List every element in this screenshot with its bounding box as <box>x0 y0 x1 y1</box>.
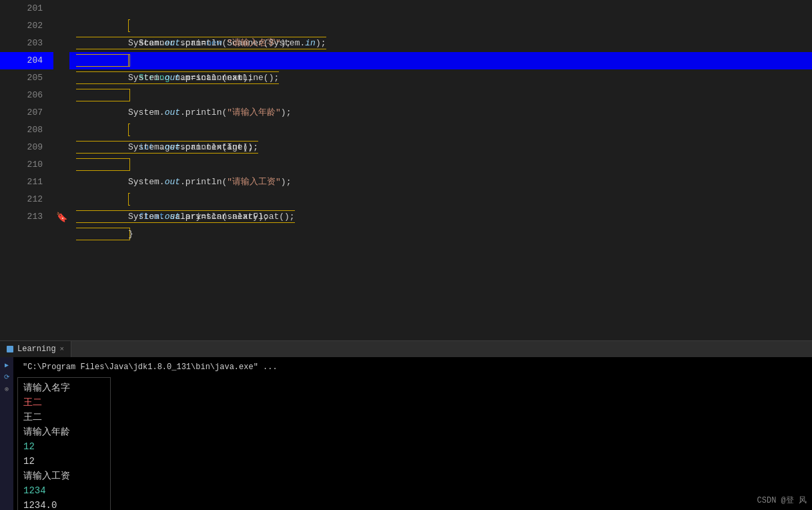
terminal-area: ▶ ⟳ ⊗ "C:\Program Files\Java\jdk1.8.0_13… <box>0 357 812 510</box>
line-num-212: 212 <box>0 191 53 208</box>
terminal-line-8: 1234 <box>23 483 105 498</box>
terminal-line-7: 请输入工资 <box>23 469 105 483</box>
terminal-line-1: 请输入名字 <box>23 380 105 395</box>
terminal-line-3: 王二 <box>23 410 105 425</box>
line-num-204: 204 <box>0 52 53 69</box>
editor-area: 201 202 203 204 205 206 207 208 209 210 … <box>0 0 812 340</box>
line-num-213: 213 <box>0 208 53 226</box>
line-num-203: 203 <box>0 35 53 52</box>
line-num-211: 211 <box>0 174 53 191</box>
bookmark-icon: 🔖 <box>56 212 67 223</box>
terminal-line-9: 1234.0 <box>23 498 105 510</box>
watermark: CSDN @登 风 <box>757 495 807 506</box>
terminal-line-6: 12 <box>23 454 105 469</box>
line-num-217 <box>0 278 53 295</box>
terminal-icon-1: ▶ <box>5 361 9 369</box>
terminal-command: "C:\Program Files\Java\jdk1.8.0_131\bin\… <box>17 360 808 374</box>
line-num-202: 202 <box>0 17 53 35</box>
terminal-icon-2: ⟳ <box>4 373 9 381</box>
code-line-204: System.out.println(nam); <box>69 52 812 69</box>
code-line-202: System.out.println("请输入名字"); <box>69 17 812 35</box>
code-line-201: Scanner scan=new Scanner(System.in); <box>69 0 812 17</box>
line-num-201: 201 <box>0 0 53 17</box>
code-line-208: System.out.println(age); <box>69 121 812 139</box>
terminal-line-2: 王二 <box>23 395 105 410</box>
tab-icon <box>7 346 13 352</box>
line-num-206: 206 <box>0 87 53 104</box>
line-num-216 <box>0 260 53 278</box>
tab-bar: Learning × <box>0 340 812 357</box>
terminal-left-strip: ▶ ⟳ ⊗ <box>0 357 13 510</box>
terminal-icon-3: ⊗ <box>5 385 9 393</box>
line-num-214 <box>0 226 53 243</box>
line-numbers: 201 202 203 204 205 206 207 208 209 210 … <box>0 0 53 340</box>
terminal-output-box: 请输入名字 王二 王二 请输入年龄 12 12 请输入工资 1234 1234.… <box>17 377 111 510</box>
line-num-205: 205 <box>0 69 53 87</box>
gutter: 🔖 <box>53 0 69 340</box>
line-num-218 <box>0 295 53 312</box>
line-num-210: 210 <box>0 156 53 174</box>
code-line-210: System.out.println("请输入工资"); <box>69 156 812 174</box>
code-lines[interactable]: Scanner scan=new Scanner(System.in); Sys… <box>69 0 812 340</box>
code-line-206: System.out.println("请输入年龄"); <box>69 87 812 104</box>
tab-label: Learning <box>17 344 56 354</box>
terminal-command-text: "C:\Program Files\Java\jdk1.8.0_131\bin\… <box>23 362 278 372</box>
watermark-text: CSDN @登 风 <box>757 496 807 505</box>
line-num-219 <box>0 312 53 330</box>
code-line-212: System.out.println(salary); <box>69 191 812 208</box>
line-num-207: 207 <box>0 104 53 121</box>
tab-learning[interactable]: Learning × <box>0 341 71 358</box>
line-num-209: 209 <box>0 139 53 156</box>
terminal-line-5: 12 <box>23 439 105 454</box>
terminal-line-4: 请输入年龄 <box>23 425 105 439</box>
line-num-208: 208 <box>0 121 53 139</box>
tab-close-button[interactable]: × <box>60 345 65 353</box>
line-num-215 <box>0 243 53 260</box>
